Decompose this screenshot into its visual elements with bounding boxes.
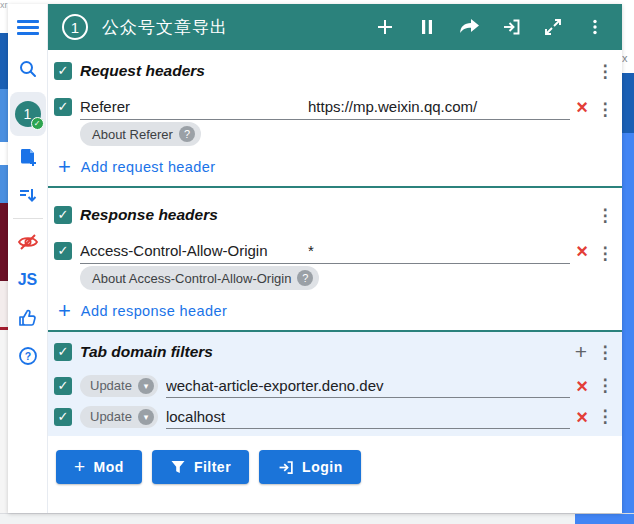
filter-row: ✓ Update ▾ × ⋮ — [48, 370, 622, 401]
filter-value-input[interactable] — [166, 405, 570, 429]
add-header-button[interactable] — [368, 10, 402, 44]
filter-type-dropdown[interactable]: Update ▾ — [80, 375, 158, 397]
background-page-right-strip: x — [622, 0, 634, 524]
screen: xr x 1 ✓ — [0, 0, 634, 524]
chevron-down-icon: ▾ — [138, 378, 154, 394]
eye-off-icon — [17, 232, 39, 252]
new-document-icon — [18, 147, 38, 167]
header-name-input[interactable] — [80, 238, 294, 264]
overflow-menu-button[interactable] — [578, 10, 612, 44]
svg-text:?: ? — [24, 350, 30, 362]
background-text-fragment: x — [622, 0, 634, 73]
header-row-menu-icon[interactable]: ⋮ — [594, 99, 616, 120]
sidebar-item-profile[interactable]: 1 ✓ — [10, 92, 46, 136]
filter-row-menu-icon[interactable]: ⋮ — [594, 375, 616, 396]
content: ✓ Request headers ⋮ ✓ × ⋮ About Referer — [48, 50, 622, 513]
help-circle-icon: ? — [297, 270, 313, 286]
header-row-menu-icon[interactable]: ⋮ — [594, 243, 616, 264]
request-headers-menu-icon[interactable]: ⋮ — [594, 61, 616, 82]
pause-button[interactable] — [410, 10, 444, 44]
profile-avatar: 1 ✓ — [15, 101, 41, 127]
expand-button[interactable] — [536, 10, 570, 44]
response-headers-title: Response headers — [80, 206, 594, 224]
tab-filters-title: Tab domain filters — [80, 343, 568, 361]
delete-header-button[interactable]: × — [570, 238, 594, 264]
profile-active-check-icon: ✓ — [31, 117, 44, 130]
filter-row: ✓ Update ▾ × ⋮ — [48, 401, 622, 432]
sign-in-icon — [277, 459, 294, 476]
plus-icon: + — [74, 456, 86, 478]
sign-in-icon — [501, 17, 521, 37]
search-icon — [18, 59, 38, 79]
response-headers-checkbox[interactable]: ✓ — [54, 206, 72, 224]
hidden-profiles-button[interactable] — [8, 223, 48, 261]
share-arrow-icon — [458, 17, 480, 37]
open-in-full-icon — [543, 17, 563, 37]
search-button[interactable] — [8, 50, 48, 88]
js-icon: JS — [18, 271, 38, 289]
referer-checkbox[interactable]: ✓ — [54, 98, 72, 116]
request-header-row: ✓ × ⋮ — [48, 88, 622, 120]
profile-title[interactable]: 公众号文章导出 — [102, 16, 228, 39]
export-share-button[interactable] — [452, 10, 486, 44]
filter-type-dropdown[interactable]: Update ▾ — [80, 406, 158, 428]
add-response-header-link[interactable]: + Add response header — [48, 292, 622, 330]
response-headers-section: ✓ Response headers ⋮ ✓ × ⋮ About Access-… — [48, 188, 622, 332]
sort-profiles-button[interactable] — [8, 176, 48, 214]
kebab-menu-icon — [586, 18, 604, 36]
delete-header-button[interactable]: × — [570, 94, 594, 120]
javascript-button[interactable]: JS — [8, 261, 48, 299]
hamburger-icon — [17, 17, 39, 38]
thumbs-up-icon — [18, 308, 38, 328]
filter-checkbox[interactable]: ✓ — [54, 377, 72, 395]
add-profile-button[interactable] — [8, 138, 48, 176]
help-icon: ? — [18, 346, 38, 366]
request-headers-title: Request headers — [80, 62, 594, 80]
plus-icon — [375, 17, 395, 37]
tab-filters-menu-icon[interactable]: ⋮ — [594, 342, 616, 363]
add-request-header-link[interactable]: + Add request header — [48, 148, 622, 186]
help-button[interactable]: ? — [8, 337, 48, 375]
rate-button[interactable] — [8, 299, 48, 337]
about-acao-chip[interactable]: About Access-Control-Allow-Origin ? — [80, 266, 319, 290]
funnel-icon — [170, 459, 186, 475]
menu-button[interactable] — [8, 4, 48, 50]
footer-toolbar: + Mod Filter Login — [56, 450, 622, 484]
titlebar: 1 公众号文章导出 — [48, 4, 622, 50]
request-headers-checkbox[interactable]: ✓ — [54, 62, 72, 80]
response-header-row: ✓ × ⋮ — [48, 232, 622, 264]
tab-domain-filters-section: ✓ Tab domain filters + ⋮ ✓ Update ▾ × ⋮ — [48, 332, 622, 436]
sidebar: 1 ✓ JS ? — [8, 4, 48, 513]
acao-checkbox[interactable]: ✓ — [54, 242, 72, 260]
main-panel: 1 公众号文章导出 — [48, 4, 622, 513]
plus-icon: + — [58, 156, 71, 178]
delete-filter-button[interactable]: × — [570, 404, 594, 430]
add-filter-icon[interactable]: + — [568, 340, 594, 364]
about-referer-chip[interactable]: About Referer ? — [80, 122, 201, 146]
tab-filters-checkbox[interactable]: ✓ — [54, 343, 72, 361]
sidebar-divider — [13, 218, 43, 219]
filter-button[interactable]: Filter — [152, 450, 249, 484]
mod-button[interactable]: + Mod — [56, 450, 142, 484]
extension-popup: 1 ✓ JS ? — [8, 4, 622, 513]
response-headers-menu-icon[interactable]: ⋮ — [594, 205, 616, 226]
header-value-input[interactable] — [294, 238, 570, 264]
sort-icon — [18, 185, 38, 205]
header-value-input[interactable] — [294, 94, 570, 120]
pause-icon — [418, 18, 436, 36]
chevron-down-icon: ▾ — [138, 409, 154, 425]
profile-avatar-number: 1 — [24, 106, 32, 122]
signin-button[interactable] — [494, 10, 528, 44]
help-circle-icon: ? — [179, 126, 195, 142]
delete-filter-button[interactable]: × — [570, 373, 594, 399]
profile-number-badge: 1 — [62, 14, 88, 40]
filter-checkbox[interactable]: ✓ — [54, 408, 72, 426]
header-name-input[interactable] — [80, 94, 294, 120]
filter-value-input[interactable] — [166, 374, 570, 398]
filter-row-menu-icon[interactable]: ⋮ — [594, 406, 616, 427]
login-button[interactable]: Login — [259, 450, 361, 484]
background-page-bottom-strip — [0, 513, 634, 524]
request-headers-section: ✓ Request headers ⋮ ✓ × ⋮ About Referer — [48, 50, 622, 188]
plus-icon: + — [58, 300, 71, 322]
